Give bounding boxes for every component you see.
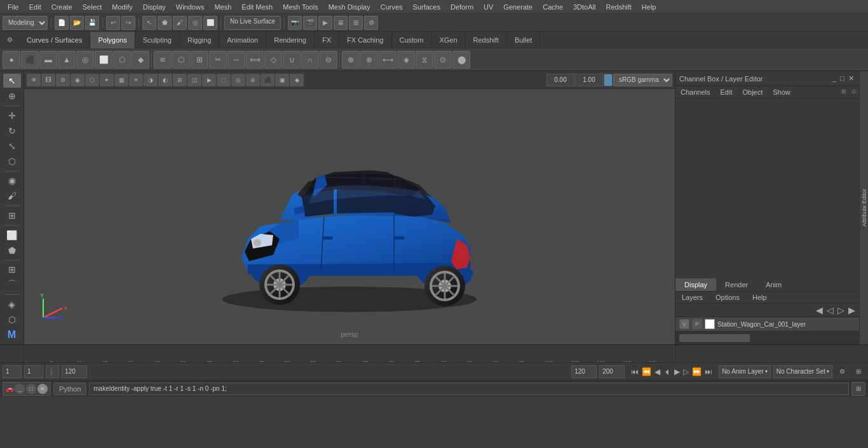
rotate-tool-btn[interactable]: ↻ (3, 124, 21, 138)
cb-menu-object[interactable]: Object (737, 86, 768, 98)
layer-playback-btn[interactable]: P (692, 319, 702, 329)
sub-tab-layers[interactable]: Layers (675, 292, 709, 303)
tab-curves-surfaces[interactable]: Curves / Surfaces (19, 34, 90, 46)
tab-sculpting[interactable]: Sculpting (135, 32, 180, 48)
vp-detail-icon[interactable]: ▣ (275, 74, 289, 86)
cb-menu-channels[interactable]: Channels (675, 86, 715, 98)
layer-prev-btn[interactable]: ◀ (815, 305, 824, 315)
vp-motion-icon[interactable]: ▶ (202, 74, 216, 86)
display-icon[interactable]: 🖥 (334, 16, 348, 30)
platonic-icon[interactable]: ◆ (132, 51, 149, 69)
vp-light-icon[interactable]: ☀ (129, 74, 143, 86)
target-weld-icon[interactable]: ⊕ (342, 51, 360, 69)
cone-icon[interactable]: ▲ (58, 51, 76, 69)
viewport-content[interactable]: X Y Z persp (24, 89, 675, 344)
menu-uv[interactable]: UV (478, 2, 498, 12)
menu-mesh[interactable]: Mesh (209, 2, 236, 12)
snap-curve-btn[interactable]: ⌒ (3, 278, 21, 292)
lasso-sel-btn[interactable]: ⬟ (3, 243, 21, 257)
menu-display[interactable]: Display (138, 2, 171, 12)
menu-help[interactable]: Help (637, 2, 661, 12)
win-maximize-btn[interactable]: □ (26, 384, 36, 394)
soft-select-icon[interactable]: ◎ (188, 16, 202, 30)
layer-next-btn[interactable]: ▶ (847, 305, 857, 315)
torus-icon[interactable]: ◎ (76, 51, 94, 69)
settings-icon[interactable]: ⚙ (364, 16, 378, 30)
cb-menu-edit[interactable]: Edit (715, 86, 737, 98)
tab-polygons[interactable]: Polygons (90, 32, 135, 48)
live-surface-button[interactable]: No Live Surface (224, 16, 281, 30)
layers-scrollbar[interactable] (679, 334, 855, 342)
menu-cache[interactable]: Cache (538, 2, 568, 12)
bevel-icon[interactable]: ◇ (264, 51, 282, 69)
bridge-icon[interactable]: ⊞ (191, 51, 208, 69)
vp-shading-icon[interactable]: ◉ (71, 74, 85, 86)
menu-modify[interactable]: Modify (107, 2, 137, 12)
menu-edit[interactable]: Edit (24, 2, 46, 12)
menu-redshift[interactable]: Redshift (600, 2, 636, 12)
redo-icon[interactable]: ↪ (121, 16, 135, 30)
frame-end-input[interactable] (62, 365, 87, 378)
mini-window[interactable]: 🚗 _ □ ✕ (3, 382, 51, 396)
extrude-icon[interactable]: ⬡ (172, 51, 190, 69)
multi-cut-icon[interactable]: ✂ (209, 51, 227, 69)
circularize-icon[interactable]: ⊙ (434, 51, 452, 69)
custom-btn-1[interactable]: ◈ (3, 297, 21, 311)
vp-grid-icon[interactable]: ⊞ (173, 74, 187, 86)
menu-file[interactable]: File (3, 2, 24, 12)
show-manip-btn[interactable]: ⊞ (3, 208, 21, 222)
disc-icon[interactable]: ⬡ (113, 51, 131, 69)
tab-display[interactable]: Display (675, 278, 716, 291)
tab-custom[interactable]: Custom (392, 32, 432, 48)
cylinder-icon[interactable]: ▬ (39, 51, 57, 69)
tab-anim[interactable]: Anim (757, 278, 790, 291)
anim-play-back-btn[interactable]: ⏴ (662, 367, 672, 377)
bool-diff-icon[interactable]: ∩ (301, 51, 319, 69)
anim-range-end[interactable] (599, 365, 625, 378)
camera-icon[interactable]: 📷 (288, 16, 302, 30)
frame-field-2[interactable] (24, 365, 43, 378)
tab-rigging[interactable]: Rigging (180, 32, 219, 48)
marquee-tool-icon[interactable]: ⬜ (203, 16, 217, 30)
menu-mesh-tools[interactable]: Mesh Tools (278, 2, 323, 12)
cb-menu-show[interactable]: Show (768, 86, 796, 98)
marquee-sel-btn[interactable]: ⬜ (3, 228, 21, 242)
vp-shadow-icon[interactable]: ◑ (144, 74, 158, 86)
menu-curves[interactable]: Curves (376, 2, 408, 12)
sphere-icon[interactable]: ● (3, 51, 20, 69)
anim-prev-key-btn[interactable]: ⏪ (641, 367, 653, 377)
universal-tool-btn[interactable]: ⬡ (3, 154, 21, 168)
paint-select-icon[interactable]: 🖌 (173, 16, 187, 30)
wedge-icon[interactable]: ⧖ (416, 51, 433, 69)
vp-wire-icon[interactable]: ⬡ (85, 74, 99, 86)
panel-close-btn[interactable]: ✕ (847, 74, 855, 83)
menu-3dto[interactable]: 3DtoAll (568, 2, 600, 12)
anim-settings-icon[interactable]: ⚙ (835, 365, 849, 379)
cube-icon[interactable]: ⬛ (21, 51, 39, 69)
anim-step-back-btn[interactable]: ◀ (653, 367, 661, 377)
menu-generate[interactable]: Generate (498, 2, 538, 12)
cb-icon-attr[interactable]: ⊙ (849, 86, 859, 98)
select-tool-icon[interactable]: ↖ (142, 16, 156, 30)
fill-hole-icon[interactable]: ⬤ (452, 51, 470, 69)
vp-film-icon[interactable]: 🎞 (41, 74, 55, 86)
workspace-dropdown[interactable]: Modeling (3, 16, 48, 30)
tab-gear-icon[interactable]: ⚙ (3, 33, 17, 47)
tab-animation[interactable]: Animation (219, 32, 266, 48)
vp-isolate-icon[interactable]: ◎ (231, 74, 245, 86)
command-line[interactable]: makeIdentity -apply true -t 1 -r 1 -s 1 … (89, 383, 849, 395)
tab-xgen[interactable]: XGen (431, 32, 465, 48)
lasso-tool-icon[interactable]: ⬟ (158, 16, 172, 30)
scale-tool-btn[interactable]: ⤡ (3, 139, 21, 153)
layer-next2-btn[interactable]: ▷ (836, 305, 846, 315)
anim-prefs-icon[interactable]: ⊞ (851, 365, 865, 379)
vp-aa-icon[interactable]: ◫ (187, 74, 201, 86)
timeline-main[interactable]: 1 5 10 15 20 25 30 35 40 45 50 55 60 65 … (24, 345, 675, 362)
tab-bullet[interactable]: Bullet (507, 32, 541, 48)
select-tool-btn[interactable]: ↖ (3, 74, 21, 88)
panel-maximize-btn[interactable]: □ (839, 74, 846, 83)
layer-color-swatch[interactable] (705, 319, 715, 329)
layer-visible-btn[interactable]: V (679, 319, 689, 329)
new-scene-icon[interactable]: 📄 (55, 16, 69, 30)
vp-settings-icon[interactable]: ⚙ (56, 74, 70, 86)
